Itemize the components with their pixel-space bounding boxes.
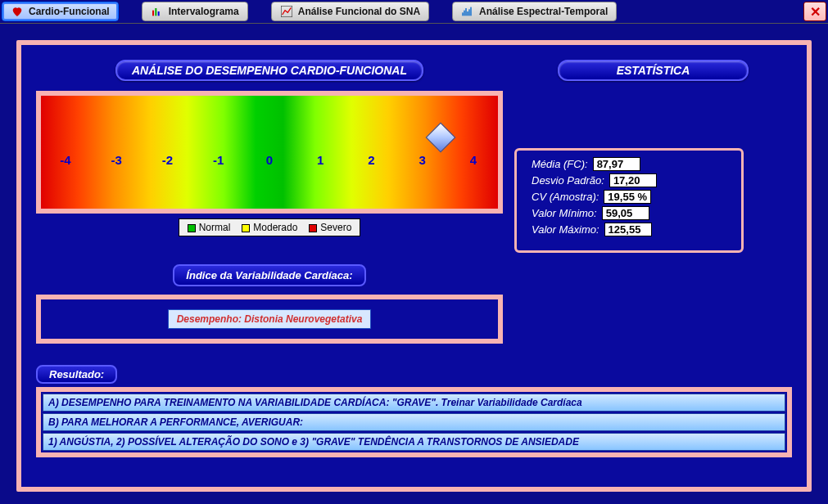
stat-label: Desvio Padrão: [532,174,604,187]
desempenho-frame: Desempenho: Distonia Neurovegetativa [36,295,503,344]
svg-rect-0 [152,11,154,16]
left-panel: ANÁLISE DO DESEMPENHO CARDIO-FUNCIONAL -… [36,60,503,344]
stat-row: Valor Mínimo:59,05 [532,206,726,220]
left-panel-title: ANÁLISE DO DESEMPENHO CARDIO-FUNCIONAL [115,60,423,81]
gauge-legend: Normal Moderado Severo [36,218,503,236]
result-line: 1) ANGÚSTIA, 2) POSSÍVEL ALTERAÇÃO DO SO… [43,433,785,451]
heart-icon [11,5,24,18]
resultado-frame: A) DESEMPENHO PARA TREINAMENTO NA VARIAB… [36,387,792,457]
spectrum-icon [461,5,474,18]
stat-label: Valor Mínimo: [532,207,597,219]
swatch-moderado [242,224,250,232]
stat-value: 59,05 [602,206,649,220]
tab-label: Análise Espectral-Temporal [479,6,608,17]
swatch-severo [309,224,317,232]
svg-rect-1 [155,8,156,16]
legend-item: Moderado [242,222,297,233]
legend-label: Severo [320,222,351,233]
gauge-ticks: -4 -3 -2 -1 0 1 2 3 4 [41,153,498,167]
index-title: Índice da Variabilidade Cardíaca: [173,264,365,286]
legend-item: Severo [309,222,351,233]
close-icon: ✕ [810,4,821,20]
result-line: B) PARA MELHORAR A PERFORMANCE, AVERIGUA… [43,413,785,431]
tab-label: Cardio-Funcional [29,6,110,17]
cardio-gauge: -4 -3 -2 -1 0 1 2 3 4 [36,91,503,214]
tab-intervalograma[interactable]: Intervalograma [142,2,248,21]
legend-label: Normal [199,222,231,233]
toolbar: Cardio-Funcional Intervalograma Análise … [0,0,828,24]
tab-espectral-temporal[interactable]: Análise Espectral-Temporal [452,2,617,21]
tick: 1 [310,153,330,167]
svg-rect-2 [157,11,159,16]
tick: -4 [56,153,75,167]
bars-icon [151,5,164,18]
stat-row: Valor Máximo:125,55 [532,223,726,236]
tab-label: Intervalograma [169,6,239,17]
stat-label: CV (Amostra): [532,191,599,203]
right-panel-title: ESTATÍSTICA [558,60,749,81]
stat-value: 87,97 [593,157,640,171]
stat-label: Valor Máximo: [532,223,600,236]
stat-row: Média (FC):87,97 [532,157,726,171]
stat-value: 19,55 % [604,190,651,204]
tick: -3 [106,153,126,167]
gauge-gradient [41,96,498,209]
right-panel: ESTATÍSTICA Média (FC):87,97 Desvio Padr… [514,60,792,344]
desempenho-badge: Desempenho: Distonia Neurovegetativa [168,309,372,329]
tick: 0 [260,153,279,167]
svg-rect-9 [470,7,471,16]
stat-row: Desvio Padrão:17,20 [532,173,726,187]
resultado-header: Resultado: [36,365,117,384]
stat-label: Média (FC): [532,158,588,170]
stat-value: 17,20 [609,173,657,187]
close-button[interactable]: ✕ [803,2,826,21]
legend-label: Moderado [253,222,297,233]
main-area: ANÁLISE DO DESEMPENHO CARDIO-FUNCIONAL -… [0,24,828,504]
stat-value: 125,55 [604,223,652,236]
svg-rect-6 [465,8,466,16]
tick: 2 [362,153,382,167]
stat-row: CV (Amostra):19,55 % [532,190,726,204]
tab-label: Análise Funcional do SNA [298,6,420,17]
stats-box: Média (FC):87,97 Desvio Padrão:17,20 CV … [514,148,744,253]
result-line: A) DESEMPENHO PARA TREINAMENTO NA VARIAB… [43,394,785,412]
tick: -1 [209,153,228,167]
tab-cardio-funcional[interactable]: Cardio-Funcional [2,2,119,21]
svg-rect-5 [464,11,464,16]
tick: 3 [413,153,432,167]
svg-rect-8 [468,9,469,16]
svg-rect-4 [462,12,463,16]
tick: -2 [158,153,178,167]
main-frame: ANÁLISE DO DESEMPENHO CARDIO-FUNCIONAL -… [16,40,812,492]
tick: 4 [464,153,483,167]
tab-analise-sna[interactable]: Análise Funcional do SNA [271,2,429,21]
swatch-normal [188,224,196,232]
svg-rect-7 [467,11,468,16]
chart-icon [280,5,293,18]
legend-item: Normal [188,222,231,233]
